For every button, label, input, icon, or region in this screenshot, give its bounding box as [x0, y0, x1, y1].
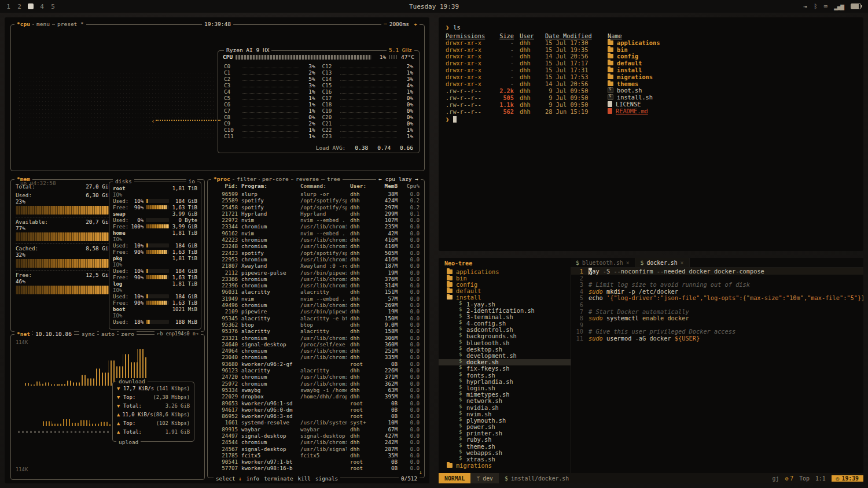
bluetooth-icon[interactable]: ᛒ: [814, 3, 817, 10]
file-name[interactable]: LICENSE: [608, 101, 856, 108]
wifi-icon[interactable]: ▂▄▆: [834, 3, 844, 10]
buffer-tab[interactable]: $ bluetooth.sh ×: [571, 258, 635, 267]
file-name[interactable]: README.md: [608, 108, 856, 114]
interval-plus-button[interactable]: +: [411, 21, 420, 27]
process-row[interactable]: 49496 chromium /usr/lib/chromium/ dhh 26…: [212, 302, 420, 308]
workspace-button[interactable]: 5: [50, 3, 56, 10]
process-row[interactable]: 94617 kworker/u96:0-dm root 0B 0.0: [212, 406, 420, 413]
file-name[interactable]: install.sh: [608, 94, 856, 101]
terminate-button[interactable]: terminate: [264, 475, 293, 482]
process-row[interactable]: 86952 kworker/u96:3-sd root 0B 0.0: [212, 413, 420, 419]
process-row[interactable]: 24567 signal-desktop /usr/lib/signal-de …: [212, 446, 420, 452]
kill-button[interactable]: kill: [298, 475, 311, 482]
process-row[interactable]: 95345 alacritty alacritty -e btop dhh 15…: [212, 315, 420, 321]
file-name[interactable]: bin: [608, 46, 856, 53]
process-row[interactable]: 23321 chromium /usr/lib/chromium/ dhh 30…: [212, 335, 420, 341]
process-row[interactable]: 22396 chromium /usr/lib/chromium/ dhh 31…: [212, 282, 420, 289]
header-pid[interactable]: Pid:: [212, 183, 238, 189]
workspace-button[interactable]: 2: [17, 3, 22, 10]
header-memory[interactable]: MemB: [376, 183, 398, 189]
tab-mem[interactable]: *mem: [14, 176, 32, 182]
process-row[interactable]: 90541 kworker/u97:1-bt root 0B 0.0: [212, 459, 420, 465]
buffer-tab[interactable]: $ docker.sh ×: [635, 258, 690, 267]
process-row[interactable]: 24640 signal-desktop /proc/self/exe --t …: [212, 341, 420, 347]
process-row[interactable]: 2112 pipewire-pulse /usr/bin/pipewire- d…: [212, 269, 420, 276]
header-user[interactable]: User:: [350, 183, 372, 189]
process-row[interactable]: 95362 btop btop dhh 9.0M 0.0: [212, 321, 420, 328]
workspace-button[interactable]: 3: [28, 3, 34, 9]
process-row[interactable]: 31949 nvim nvim --embed . dhh 57M 0.0: [212, 295, 420, 302]
file-name[interactable]: applications: [608, 39, 856, 46]
process-row[interactable]: 25972 chromium /usr/lib/chromium/ dhh 36…: [212, 380, 420, 387]
process-row[interactable]: 21807 Xwayland Xwayland :0 -rootl dhh 18…: [212, 263, 420, 269]
reverse-button[interactable]: reverse: [293, 176, 321, 182]
select-button[interactable]: select ↓: [216, 475, 242, 482]
screencast-icon[interactable]: ⇥: [803, 3, 807, 10]
battery-icon[interactable]: [851, 3, 861, 9]
process-row[interactable]: 23248 chromium /usr/lib/chromium . dhh 4…: [212, 243, 420, 249]
file-name[interactable]: themes: [608, 80, 856, 87]
process-row[interactable]: 24964 chromium /usr/lib/chromium/ dhh 25…: [212, 347, 420, 354]
process-row[interactable]: 22029 dropbox /home/dhh/.dropbox dhh 395…: [212, 393, 420, 400]
tab-io[interactable]: io: [186, 178, 197, 184]
scroll-down-icon[interactable]: ↓: [419, 469, 422, 475]
sort-selector[interactable]: ← cpu lazy →: [376, 176, 421, 182]
process-row[interactable]: 96123 alacritty alacritty dhh 226M 0.0: [212, 367, 420, 374]
process-row[interactable]: 1661 systemd-resolve /usr/lib/systemd/s …: [212, 419, 420, 426]
process-row[interactable]: 24544 chromium /usr/lib/chromium/ dhh 24…: [212, 439, 420, 445]
file-name[interactable]: install: [608, 66, 856, 73]
process-row[interactable]: 96031 alacritty alacritty dhh 151M 0.0: [212, 289, 420, 295]
zero-button[interactable]: zero: [119, 331, 137, 337]
info-button[interactable]: info: [247, 475, 259, 482]
workspace-button[interactable]: 1: [6, 3, 11, 10]
process-row[interactable]: 24720 chromium /usr/lib/chromium/ dhh 37…: [212, 374, 420, 380]
process-row[interactable]: 21785 fcitx5 fcitx5 dhh 35M 0.0: [212, 452, 420, 459]
tab-disks[interactable]: disks: [113, 178, 134, 184]
workspace-button[interactable]: 4: [39, 3, 45, 10]
process-row[interactable]: 23344 chromium /usr/lib/chromium/ dhh 23…: [212, 223, 420, 230]
process-row[interactable]: 25589 spotify /opt/spotify/spoti dhh 424…: [212, 197, 420, 204]
auto-button[interactable]: auto: [99, 331, 117, 337]
shell-input-line[interactable]: ❯: [446, 116, 856, 123]
close-icon[interactable]: ×: [681, 260, 684, 266]
signals-button[interactable]: signals: [315, 475, 338, 482]
tab-cpu[interactable]: *cpu: [14, 21, 32, 27]
process-row[interactable]: 25458 spotify /opt/spotify/spoti dhh 297…: [212, 204, 420, 210]
header-program[interactable]: Program:: [241, 183, 297, 189]
close-icon[interactable]: ×: [626, 260, 630, 266]
editor-buffer[interactable]: 1 yay -S --noconfirm --needed docker doc…: [571, 268, 863, 473]
process-row[interactable]: 23366 chromium /usr/lib/chromium/ dhh 37…: [212, 276, 420, 282]
process-row[interactable]: 42223 chromium /usr/lib/chromium . dhh 4…: [212, 236, 420, 243]
process-row[interactable]: 22953 chromium /usr/lib/chromium/ dhh 41…: [212, 256, 420, 263]
menu-button[interactable]: menu: [34, 21, 52, 27]
header-cpu[interactable]: Cpu%: [401, 183, 420, 189]
preset-button[interactable]: preset *: [55, 21, 86, 27]
tab-net[interactable]: *net: [14, 331, 32, 337]
filter-button[interactable]: filter: [234, 176, 259, 182]
tab-proc[interactable]: *proc: [211, 176, 233, 182]
tree-item[interactable]: xtras.sh: [439, 456, 571, 462]
process-row[interactable]: 89653 kworker/u96:1-sd root 0B 0.0: [212, 400, 420, 406]
process-row[interactable]: 2109 pipewire /usr/bin/pipewire dhh 19M …: [212, 308, 420, 315]
process-row[interactable]: 95334 swaybg swaybg -i /home/dh dhh 63M …: [212, 387, 420, 393]
file-name[interactable]: default: [608, 60, 856, 66]
tree-item[interactable]: applications: [439, 268, 571, 275]
tree-item[interactable]: migrations: [439, 463, 571, 469]
tree-item[interactable]: bin: [439, 275, 571, 281]
sync-button[interactable]: sync: [79, 331, 97, 337]
process-row[interactable]: 21721 Hyprland Hyprland dhh 299M 0.1: [212, 210, 420, 217]
process-row[interactable]: 22972 nvim nvim --embed . dhh 107M 0.0: [212, 217, 420, 223]
file-name[interactable]: migrations: [608, 73, 856, 80]
process-row[interactable]: 24497 signal-desktop signal-desktop dhh …: [212, 432, 420, 439]
interface-selector[interactable]: ←b enp194s0 n→: [155, 331, 201, 337]
process-row[interactable]: 96599 slurp slurp -or dhh 38M 0.0: [212, 191, 420, 197]
process-row[interactable]: 23040 chromium /usr/lib/chromium/ dhh 33…: [212, 354, 420, 360]
per-core-button[interactable]: per-core: [260, 176, 291, 182]
tree-button[interactable]: tree: [325, 176, 343, 182]
file-name[interactable]: boot.sh: [608, 87, 856, 94]
process-row[interactable]: 93680 kworker/u96:2-gf root 0B 0.0: [212, 361, 420, 367]
process-row[interactable]: 96162 nvim nvim --embed . dhh 42M 0.0: [212, 230, 420, 236]
keyboard-icon[interactable]: ⌨: [824, 3, 827, 10]
process-row[interactable]: 57707 kworker/u98:16-b root 0B 0.0: [212, 465, 420, 471]
process-row[interactable]: 89915 waybar waybar dhh 67M 0.0: [212, 426, 420, 432]
